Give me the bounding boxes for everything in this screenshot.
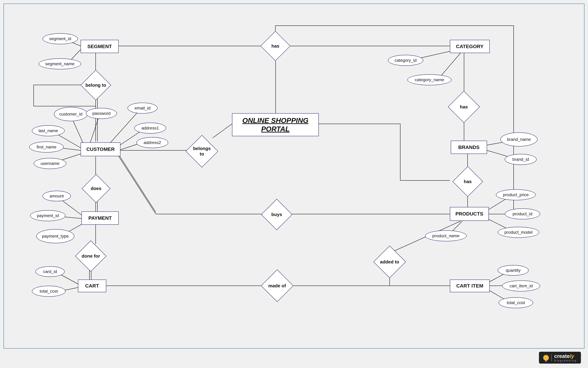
svg-line-9 (439, 53, 460, 78)
attr-payment-id: payment_id (30, 210, 66, 221)
svg-line-12 (213, 124, 232, 138)
entity-cart: CART (78, 280, 106, 292)
attr-quantity: quantity (498, 265, 529, 276)
attr-cart-item-id: cart_item_id (502, 280, 540, 291)
svg-line-30 (117, 152, 156, 212)
logo-subtitle: Diagramming (554, 359, 577, 362)
attr-card-id: card_id (35, 266, 65, 277)
svg-line-29 (117, 154, 156, 214)
attr-product-name: product_name (425, 230, 467, 241)
attr-password: password (86, 108, 117, 119)
attr-email-id: email_id (128, 103, 158, 114)
attr-category-id: category_id (388, 55, 423, 66)
attr-segment-id: segment_id (43, 33, 78, 44)
entity-customer: CUSTOMER (81, 142, 120, 156)
attr-total-cost-item: total_cost (499, 297, 533, 308)
attr-amount: amount (43, 191, 71, 201)
entity-products: PRODUCTS (450, 207, 489, 221)
attr-customer-id: customer_id (54, 107, 88, 121)
attr-brand-id: brand_id (505, 154, 537, 165)
attr-brand-name: brand_name (500, 132, 538, 147)
logo-brand: creately (554, 353, 577, 359)
attr-category-name: category_name (407, 74, 452, 85)
entity-cart-item: CART ITEM (450, 280, 490, 292)
attr-last-name: last_name (32, 125, 65, 136)
bulb-icon (543, 355, 549, 360)
attr-address1: address1 (134, 123, 166, 134)
svg-line-19 (90, 116, 99, 142)
entity-payment: PAYMENT (81, 212, 119, 225)
entity-segment: SEGMENT (81, 40, 119, 53)
attr-segment-name: segment_name (39, 58, 81, 69)
title-text: ONLINE SHOPPING PORTAL (232, 116, 318, 133)
entity-brands: BRANDS (451, 141, 487, 154)
attr-total-cost-cart: total_cost (32, 286, 66, 297)
attr-product-model: product_model (498, 227, 539, 238)
logo-separator (551, 354, 552, 361)
entity-category: CATEGORY (450, 40, 490, 53)
attr-product-id: product_id (505, 208, 540, 219)
creately-logo: creately Diagramming (539, 352, 581, 364)
attr-payment-type: payment_type (36, 229, 74, 243)
title-online-shopping-portal: ONLINE SHOPPING PORTAL (232, 113, 319, 136)
attr-first-name: first_name (29, 142, 64, 153)
attr-product-price: product_price (496, 189, 536, 200)
attr-address2: address2 (136, 137, 168, 148)
attr-username: username (34, 158, 66, 169)
